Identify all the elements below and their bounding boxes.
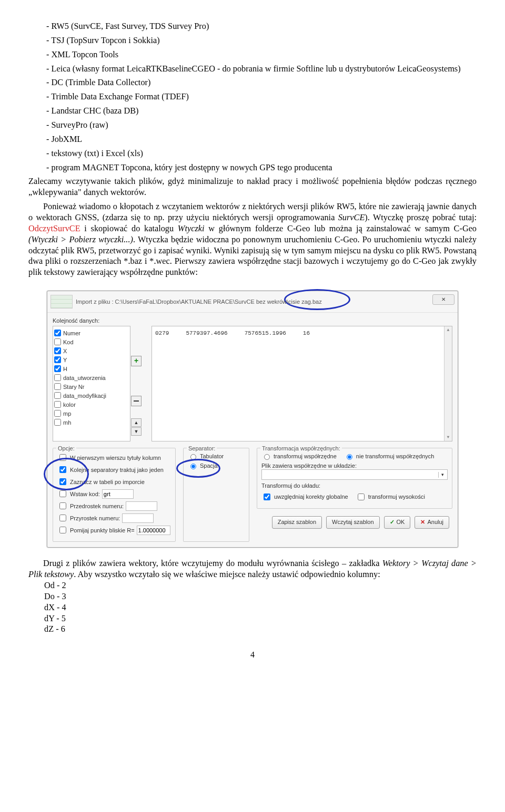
radio-spacja[interactable] [190,464,196,469]
chk-x[interactable] [54,347,61,354]
chk-numer[interactable] [54,330,61,336]
chk-global-corrections[interactable] [264,494,270,500]
page-number: 4 [28,650,477,660]
dialog-title: Import z pliku : C:\Users\FaFaL\Dropbox\… [76,298,322,305]
opt-label: Pomijaj punkty bliskie R= [70,527,135,534]
chk-label: mh [63,419,71,426]
chk-label: Stary Nr [63,383,84,390]
list-item: - Landstar CHC (baza DB) [46,106,477,117]
colmap-item: dX - 4 [44,602,477,613]
preview-cell: 5779397.4696 [186,330,243,337]
radio-transform-on[interactable] [264,454,270,460]
thumbnail-icon [50,295,73,309]
chk-label: Numer [63,330,80,337]
list-item: - JobXML [46,134,477,145]
radio-label: transformuj współrzędne [274,453,337,460]
options-fieldset: Opcje: W pierwszym wierszu tytuły kolumn… [53,448,176,542]
link-odczytsurvce[interactable]: OdczytSurvCE [28,223,80,233]
chk-insert-code[interactable] [59,490,66,497]
opt-label: Kolejne separatory traktuj jako jeden [70,466,164,474]
radius-input[interactable] [137,526,170,535]
chk-label: X [63,347,67,355]
chk-label: Y [63,356,67,364]
list-item: - Leica (własny format LeicaRTKBaselineC… [46,64,477,75]
opt-label: Przyrostek numeru: [70,515,120,522]
chk-first-row-titles[interactable] [59,454,66,461]
opt-label: Wstaw kod: [70,490,100,498]
chk-skip-close[interactable] [59,527,66,533]
chk-label: transformuj wysokości [368,493,425,500]
close-icon: ✕ [420,518,425,526]
chk-label: H [63,365,67,373]
chk-transform-heights[interactable] [358,494,365,500]
radio-transform-off[interactable] [347,454,352,460]
chk-stary-nr[interactable] [54,383,61,390]
ok-button[interactable]: ✓OK [384,516,411,529]
preview-cell: 16 [303,330,326,337]
button-row: Zapisz szablon Wczytaj szablon ✓OK ✕Anul… [257,516,452,529]
chk-label: Kod [63,338,74,346]
legend-transform: Transformacja współrzędnych: [260,445,342,452]
import-dialog: Import z pliku : C:\Users\FaFaL\Dropbox\… [47,291,458,548]
check-icon: ✓ [390,518,395,526]
colmap-item: Do - 3 [44,591,477,602]
system-from-select[interactable]: ▾ [261,469,448,480]
radio-tabulator[interactable] [190,454,196,460]
legend-separator: Separator: [187,445,217,452]
chk-label: uwzględniaj korekty globalne [274,493,348,500]
paragraph-second-file: Drugi z plików zawiera wektory, które wc… [28,558,477,580]
suffix-input[interactable] [122,513,154,523]
column-checklist[interactable]: Numer Kod X Y H data_utworzenia Stary Nr… [53,326,130,441]
column-order-label: Kolejność danych: [53,317,130,324]
preview-box: 0279 5779397.4696 7576515.1996 16 ▲▼ [152,326,452,441]
opt-label: Przedrostek numeru: [70,502,124,510]
close-button[interactable]: ✕ [432,294,454,305]
chk-kod[interactable] [54,338,61,345]
chk-data-mod[interactable] [54,392,61,399]
move-up-button[interactable]: ▲ [131,418,142,427]
chk-mp[interactable] [54,410,61,417]
cancel-button[interactable]: ✕Anuluj [415,516,449,529]
preview-cell: 7576515.1996 [245,330,302,337]
legend-opcje: Opcje: [56,445,76,452]
chk-merge-separators[interactable] [59,466,66,473]
colmap-item: dZ - 6 [44,624,477,635]
scrollbar[interactable]: ▲▼ [444,326,452,441]
transform-label-1: Plik zawiera współrzędne w układzie: [261,462,448,469]
list-item: - TSJ (TopSurv Topcon i Sokkia) [46,35,477,46]
chk-prefix[interactable] [59,502,66,509]
radio-label: Spacja [200,462,218,469]
list-item: - SurveyPro (raw) [46,120,477,131]
opt-label: W pierwszym wierszu tytuły kolumn [70,454,161,461]
chk-h[interactable] [54,365,61,372]
plus-button[interactable]: + [131,356,142,366]
chk-select-after-import[interactable] [59,478,66,485]
minus-button[interactable] [131,396,142,406]
format-list: - RW5 (SurvCE, Fast Survey, TDS Survey P… [46,21,477,173]
separator-fieldset: Separator: Tabulator Spacja [183,448,249,542]
list-item: - Trimble Data Exchange Format (TDEF) [46,91,477,102]
opt-label: Zaznacz w tabeli po imporcie [70,478,145,486]
paragraph-recommend: Zalecamy wczytywanie takich plików, gdyż… [28,176,477,198]
chk-y[interactable] [54,356,61,363]
radio-label: Tabulator [200,453,224,460]
transform-fieldset: Transformacja współrzędnych: transformuj… [257,448,452,508]
preview-cell: 0279 [155,330,185,337]
list-item: - RW5 (SurvCE, Fast Survey, TDS Survey P… [46,21,477,32]
code-input[interactable] [102,489,134,499]
prefix-input[interactable] [126,501,157,511]
list-item: - XML Topcon Tools [46,49,477,60]
chk-mh[interactable] [54,419,61,426]
chk-kolor[interactable] [54,401,61,408]
chk-suffix[interactable] [59,515,66,521]
move-down-button[interactable]: ▼ [131,427,142,436]
load-template-button[interactable]: Wczytaj szablon [326,516,379,529]
save-template-button[interactable]: Zapisz szablon [272,516,322,529]
colmap-item: Od - 2 [44,580,477,591]
radio-label: nie transformuj współrzędnych [356,453,435,460]
dialog-titlebar: Import z pliku : C:\Users\FaFaL\Dropbox\… [47,291,458,313]
chk-label: mp [63,410,71,417]
list-item: - program MAGNET Topcona, który jest dos… [46,162,477,173]
paragraph-plugin: Ponieważ wiadomo o kłopotach z wczytanie… [28,201,477,278]
chk-data-utw[interactable] [54,374,61,381]
